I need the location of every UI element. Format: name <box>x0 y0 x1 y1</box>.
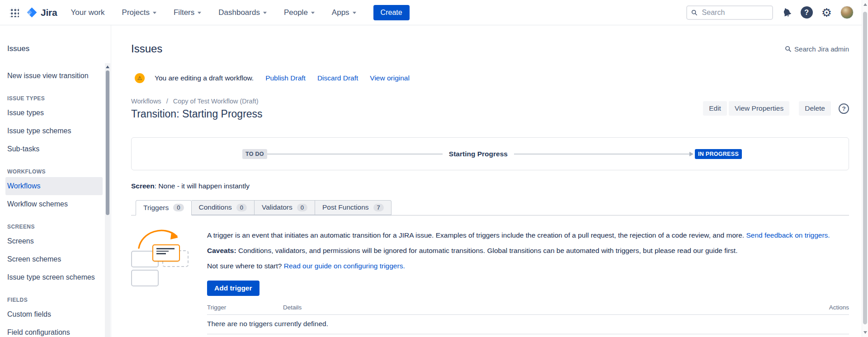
discard-draft-link[interactable]: Discard Draft <box>317 74 358 82</box>
connector-line <box>514 154 689 154</box>
send-feedback-link[interactable]: Send feedback on triggers. <box>746 231 830 239</box>
sidebar-item-field-configurations[interactable]: Field configurations <box>5 323 103 337</box>
sidebar-title: Issues <box>7 44 111 53</box>
tab-count-badge: 0 <box>297 204 307 211</box>
transition-diagram: TO DO Starting Progress IN PROGRESS <box>131 137 849 170</box>
nav-people[interactable]: People <box>284 8 315 17</box>
card-outline <box>131 270 159 286</box>
triggers-empty-row: There are no triggers currently defined. <box>207 315 849 334</box>
search-jira-admin-link[interactable]: Search Jira admin <box>785 45 849 53</box>
tab-triggers[interactable]: Triggers0 <box>136 200 192 215</box>
notifications-button[interactable] <box>782 7 792 18</box>
sidebar-scrollbar[interactable] <box>105 63 110 337</box>
chevron-down-icon <box>198 12 201 14</box>
draft-workflow-banner: ⚠ You are editing a draft workflow. Publ… <box>131 73 849 83</box>
create-button[interactable]: Create <box>373 5 410 20</box>
nav-apps[interactable]: Apps <box>332 8 356 17</box>
add-trigger-button[interactable]: Add trigger <box>207 281 259 296</box>
connector-line <box>267 154 443 154</box>
help-button[interactable] <box>801 6 813 19</box>
app-switcher-button[interactable] <box>6 5 22 20</box>
user-avatar[interactable] <box>840 6 854 19</box>
sidebar-item-sub-tasks[interactable]: Sub-tasks <box>5 140 103 158</box>
sidebar-item-workflow-schemes[interactable]: Workflow schemes <box>5 195 103 213</box>
scroll-up-arrow-icon[interactable] <box>106 66 109 68</box>
tab-count-badge: 7 <box>373 204 384 211</box>
triggers-table: Trigger Details Actions There are no tri… <box>207 304 849 334</box>
from-status-lozenge: TO DO <box>242 149 267 159</box>
help-icon[interactable] <box>839 103 849 114</box>
delete-button[interactable]: Delete <box>799 101 831 116</box>
warning-icon: ⚠ <box>135 73 145 83</box>
sidebar-scrollbar-thumb[interactable] <box>106 70 109 215</box>
breadcrumb-current: Copy of Test Workflow (Draft) <box>173 98 259 105</box>
nav-projects[interactable]: Projects <box>122 8 156 17</box>
jira-logo[interactable]: Jira <box>26 7 57 18</box>
sidebar-section-issue-types: ISSUE TYPES <box>0 91 111 104</box>
nav-filters[interactable]: Filters <box>174 8 201 17</box>
trigger-description: A trigger is an event that initiates an … <box>207 225 849 334</box>
sidebar-item-new-issue-view-transition[interactable]: New issue view transition <box>5 67 103 85</box>
page-header: Issues Search Jira admin <box>131 42 849 55</box>
highlighted-card <box>152 244 180 262</box>
screen-info-line: Screen: None - it will happen instantly <box>131 182 849 190</box>
sidebar-section-workflows: WORKFLOWS <box>0 164 111 177</box>
column-header-actions: Actions <box>829 304 849 311</box>
arrow-right-icon <box>689 152 693 156</box>
breadcrumb: Workflows / Copy of Test Workflow (Draft… <box>131 98 263 105</box>
tab-count-badge: 0 <box>236 204 247 211</box>
page-title: Issues <box>131 42 162 55</box>
tab-conditions[interactable]: Conditions0 <box>192 200 255 215</box>
view-properties-button[interactable]: View Properties <box>729 101 789 116</box>
search-icon <box>691 9 698 16</box>
trigger-illustration <box>128 225 207 292</box>
chevron-down-icon <box>153 12 156 14</box>
tab-count-badge: 0 <box>173 204 184 211</box>
trigger-caveats-paragraph: Caveats: Conditions, validators, and per… <box>207 246 849 255</box>
search-icon <box>785 46 792 52</box>
sidebar-item-screens[interactable]: Screens <box>5 232 103 250</box>
settings-button[interactable] <box>821 7 832 19</box>
top-navigation-bar: Jira Your work Projects Filters Dashboar… <box>0 0 862 25</box>
edit-button[interactable]: Edit <box>703 101 727 116</box>
tab-validators[interactable]: Validators0 <box>255 200 315 215</box>
view-original-link[interactable]: View original <box>370 74 410 82</box>
sidebar-item-custom-fields[interactable]: Custom fields <box>5 305 103 323</box>
sidebar-item-screen-schemes[interactable]: Screen schemes <box>5 250 103 268</box>
scroll-up-arrow-icon[interactable] <box>863 3 867 6</box>
transition-tabs: Triggers0 Conditions0 Validators0 Post F… <box>131 200 849 215</box>
trigger-start-paragraph: Not sure where to start? Read our guide … <box>207 262 849 271</box>
main-content: Issues Search Jira admin ⚠ You are editi… <box>111 25 862 337</box>
sidebar-section-screens: SCREENS <box>0 220 111 232</box>
breadcrumb-workflows-link[interactable]: Workflows <box>131 98 161 105</box>
topbar-right-cluster <box>686 5 854 20</box>
chevron-down-icon <box>263 12 267 14</box>
tab-post-functions[interactable]: Post Functions7 <box>315 200 392 215</box>
configuring-triggers-guide-link[interactable]: Read our guide on configuring triggers. <box>284 262 405 270</box>
to-status-lozenge: IN PROGRESS <box>695 149 742 159</box>
sidebar-nav: New issue view transition ISSUE TYPES Is… <box>0 67 111 337</box>
draft-banner-message: You are editing a draft workflow. <box>155 74 254 82</box>
sidebar-item-issue-types[interactable]: Issue types <box>5 104 103 122</box>
trigger-intro-paragraph: A trigger is an event that initiates an … <box>207 231 849 240</box>
sidebar-item-workflows[interactable]: Workflows <box>5 177 103 195</box>
chevron-down-icon <box>311 12 315 14</box>
breadcrumb-separator: / <box>166 98 168 105</box>
nav-dashboards[interactable]: Dashboards <box>218 8 267 17</box>
window-scrollbar[interactable] <box>862 0 868 337</box>
window-scrollbar-thumb[interactable] <box>863 12 867 324</box>
scroll-down-arrow-icon[interactable] <box>863 331 867 334</box>
global-search[interactable] <box>686 5 773 20</box>
transition-name-label: Starting Progress <box>449 150 508 158</box>
transition-actions: Edit View Properties Delete <box>703 101 849 116</box>
column-header-trigger: Trigger <box>207 304 283 311</box>
sidebar-item-issue-type-screen-schemes[interactable]: Issue type screen schemes <box>5 268 103 286</box>
gear-icon <box>821 7 832 19</box>
sidebar-item-issue-type-schemes[interactable]: Issue type schemes <box>5 122 103 140</box>
app-switcher-grid-icon <box>9 8 19 17</box>
triggers-table-header: Trigger Details Actions <box>207 304 849 315</box>
search-input[interactable] <box>701 8 768 17</box>
transition-header-row: Workflows / Copy of Test Workflow (Draft… <box>131 98 849 120</box>
publish-draft-link[interactable]: Publish Draft <box>265 74 306 82</box>
nav-your-work[interactable]: Your work <box>71 8 105 17</box>
